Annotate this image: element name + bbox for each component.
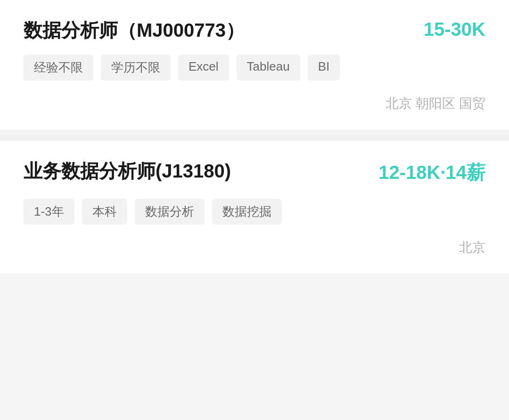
- job-tags: 经验不限学历不限ExcelTableauBI: [24, 55, 485, 81]
- job-tag: 数据分析: [135, 199, 205, 225]
- job-header: 数据分析师（MJ000773）15-30K: [24, 19, 485, 41]
- job-location: 北京 朝阳区 国贸: [24, 95, 485, 113]
- job-location: 北京: [24, 239, 485, 257]
- job-tag: 数据挖掘: [212, 199, 282, 225]
- job-card[interactable]: 业务数据分析师(J13180)12-18K·14薪1-3年本科数据分析数据挖掘北…: [0, 141, 509, 274]
- job-list: 数据分析师（MJ000773）15-30K经验不限学历不限ExcelTablea…: [0, 0, 509, 274]
- job-header: 业务数据分析师(J13180)12-18K·14薪: [24, 160, 485, 186]
- job-tags: 1-3年本科数据分析数据挖掘: [24, 199, 485, 225]
- job-tag: 1-3年: [24, 199, 74, 225]
- card-divider: [0, 135, 509, 141]
- job-card[interactable]: 数据分析师（MJ000773）15-30K经验不限学历不限ExcelTablea…: [0, 0, 509, 129]
- job-title: 数据分析师（MJ000773）: [24, 19, 245, 41]
- job-salary: 12-18K·14薪: [378, 160, 485, 186]
- job-tag: 经验不限: [24, 55, 93, 81]
- job-tag: Tableau: [237, 55, 300, 81]
- job-title: 业务数据分析师(J13180): [24, 160, 231, 182]
- job-tag: 学历不限: [101, 55, 171, 81]
- job-tag: BI: [308, 55, 340, 81]
- job-tag: Excel: [178, 55, 229, 81]
- job-salary: 15-30K: [424, 19, 485, 40]
- job-tag: 本科: [82, 199, 127, 225]
